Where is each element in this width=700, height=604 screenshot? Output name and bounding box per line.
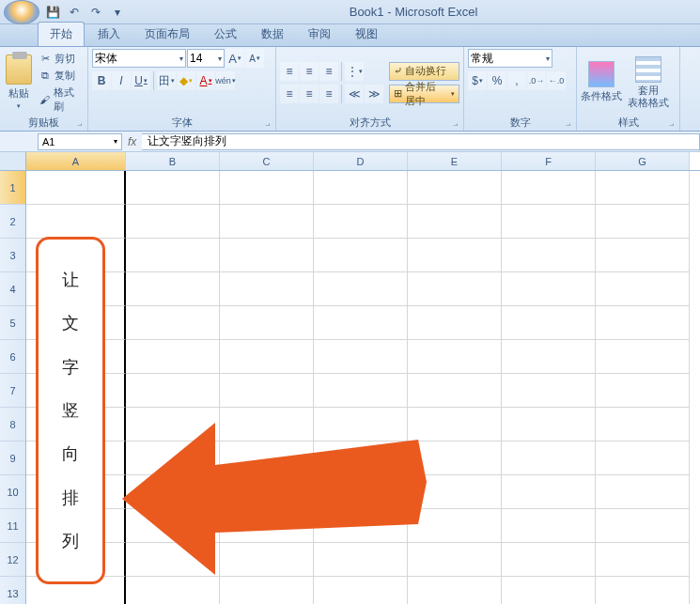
tab-view[interactable]: 视图 bbox=[344, 23, 389, 46]
font-color-button[interactable]: A bbox=[196, 71, 215, 90]
align-center-button[interactable]: ≡ bbox=[300, 85, 319, 103]
column-header-E[interactable]: E bbox=[408, 152, 502, 170]
fill-color-button[interactable]: ◆ bbox=[177, 71, 195, 90]
align-right-button[interactable]: ≡ bbox=[319, 85, 338, 103]
column-header-F[interactable]: F bbox=[502, 152, 596, 170]
cell-G2[interactable] bbox=[596, 205, 690, 239]
cell-F7[interactable] bbox=[502, 374, 596, 408]
cell-C3[interactable] bbox=[220, 239, 314, 272]
row-header-7[interactable]: 7 bbox=[0, 374, 25, 408]
cell-B6[interactable] bbox=[126, 340, 220, 374]
increase-decimal-button[interactable]: .0→ bbox=[527, 71, 546, 90]
comma-button[interactable]: , bbox=[507, 71, 526, 90]
cell-G11[interactable] bbox=[596, 509, 690, 543]
decrease-font-button[interactable]: A bbox=[245, 49, 264, 68]
cell-B5[interactable] bbox=[126, 306, 220, 340]
cell-F4[interactable] bbox=[502, 272, 596, 306]
cell-G3[interactable] bbox=[596, 239, 690, 272]
cell-E5[interactable] bbox=[408, 306, 502, 340]
cut-button[interactable]: ✂剪切 bbox=[36, 51, 84, 67]
cell-B3[interactable] bbox=[126, 239, 220, 272]
row-header-9[interactable]: 9 bbox=[0, 441, 25, 475]
conditional-format-button[interactable]: 条件格式 bbox=[581, 61, 622, 103]
cell-C6[interactable] bbox=[220, 340, 314, 374]
cell-F2[interactable] bbox=[502, 205, 596, 239]
row-header-10[interactable]: 10 bbox=[0, 475, 25, 509]
cell-F1[interactable] bbox=[502, 171, 596, 205]
save-icon[interactable]: 💾 bbox=[43, 3, 62, 22]
font-size-combo[interactable]: 14▾ bbox=[187, 49, 225, 68]
tab-insert[interactable]: 插入 bbox=[86, 23, 132, 46]
qat-more-icon[interactable]: ▾ bbox=[108, 3, 127, 22]
cell-G10[interactable] bbox=[596, 475, 690, 509]
redo-icon[interactable]: ↷ bbox=[86, 3, 105, 22]
cell-E3[interactable] bbox=[408, 239, 502, 272]
cell-G6[interactable] bbox=[596, 340, 690, 374]
name-box[interactable]: A1▾ bbox=[38, 133, 122, 150]
tab-home[interactable]: 开始 bbox=[38, 22, 85, 46]
tab-data[interactable]: 数据 bbox=[250, 23, 295, 46]
cell-C4[interactable] bbox=[220, 272, 314, 306]
row-header-8[interactable]: 8 bbox=[0, 408, 25, 441]
fx-icon[interactable]: fx bbox=[128, 135, 136, 148]
undo-icon[interactable]: ↶ bbox=[65, 3, 84, 22]
number-format-combo[interactable]: 常规▾ bbox=[468, 49, 552, 68]
column-header-B[interactable]: B bbox=[126, 152, 220, 170]
cell-F5[interactable] bbox=[502, 306, 596, 340]
paste-button[interactable]: 粘贴 ▾ bbox=[4, 54, 34, 110]
select-all-corner[interactable] bbox=[0, 152, 25, 171]
cell-B4[interactable] bbox=[126, 272, 220, 306]
italic-button[interactable]: I bbox=[112, 71, 131, 90]
cell-E2[interactable] bbox=[408, 205, 502, 239]
cell-C7[interactable] bbox=[220, 374, 314, 408]
percent-button[interactable]: % bbox=[488, 71, 506, 90]
increase-indent-button[interactable]: ≫ bbox=[365, 85, 383, 103]
cell-A1[interactable] bbox=[26, 171, 126, 205]
cell-E1[interactable] bbox=[408, 171, 502, 205]
cell-F12[interactable] bbox=[502, 543, 596, 577]
cell-A2[interactable] bbox=[26, 205, 126, 239]
cell-D4[interactable] bbox=[314, 272, 408, 306]
row-header-1[interactable]: 1 bbox=[0, 171, 25, 205]
decrease-decimal-button[interactable]: ←.0 bbox=[547, 71, 566, 90]
tab-page-layout[interactable]: 页面布局 bbox=[133, 23, 201, 46]
formula-input[interactable]: 让文字竖向排列 bbox=[142, 133, 700, 150]
cell-C1[interactable] bbox=[220, 171, 314, 205]
row-header-3[interactable]: 3 bbox=[0, 239, 25, 272]
merge-center-button[interactable]: ⊞合并后居中▾ bbox=[389, 85, 459, 103]
cell-G5[interactable] bbox=[596, 306, 690, 340]
bold-button[interactable]: B bbox=[92, 71, 111, 90]
cell-F13[interactable] bbox=[502, 577, 596, 604]
cell-B7[interactable] bbox=[126, 374, 220, 408]
cell-F3[interactable] bbox=[502, 239, 596, 272]
cell-G4[interactable] bbox=[596, 272, 690, 306]
row-header-6[interactable]: 6 bbox=[0, 340, 25, 374]
cell-B2[interactable] bbox=[126, 205, 220, 239]
cell-E7[interactable] bbox=[408, 374, 502, 408]
cell-F6[interactable] bbox=[502, 340, 596, 374]
align-top-button[interactable]: ≡ bbox=[280, 62, 299, 81]
row-header-2[interactable]: 2 bbox=[0, 205, 25, 239]
format-as-table-button[interactable]: 套用 表格格式 bbox=[628, 56, 669, 107]
cell-G13[interactable] bbox=[596, 577, 690, 604]
cell-D2[interactable] bbox=[314, 205, 408, 239]
office-button[interactable] bbox=[4, 0, 39, 24]
cell-F8[interactable] bbox=[502, 408, 596, 441]
currency-button[interactable]: $ bbox=[468, 71, 487, 90]
orientation-button[interactable]: ⋮ bbox=[345, 62, 364, 81]
underline-button[interactable]: U bbox=[132, 71, 150, 90]
row-header-13[interactable]: 13 bbox=[0, 577, 25, 604]
decrease-indent-button[interactable]: ≪ bbox=[345, 85, 364, 103]
row-header-5[interactable]: 5 bbox=[0, 306, 25, 340]
increase-font-button[interactable]: A bbox=[226, 49, 244, 68]
cell-C2[interactable] bbox=[220, 205, 314, 239]
column-header-G[interactable]: G bbox=[596, 152, 690, 170]
row-header-11[interactable]: 11 bbox=[0, 509, 25, 543]
cell-G9[interactable] bbox=[596, 441, 690, 475]
cell-G12[interactable] bbox=[596, 543, 690, 577]
border-button[interactable]: 田 bbox=[157, 71, 176, 90]
row-header-4[interactable]: 4 bbox=[0, 272, 25, 306]
cell-D7[interactable] bbox=[314, 374, 408, 408]
cell-E6[interactable] bbox=[408, 340, 502, 374]
cell-D5[interactable] bbox=[314, 306, 408, 340]
